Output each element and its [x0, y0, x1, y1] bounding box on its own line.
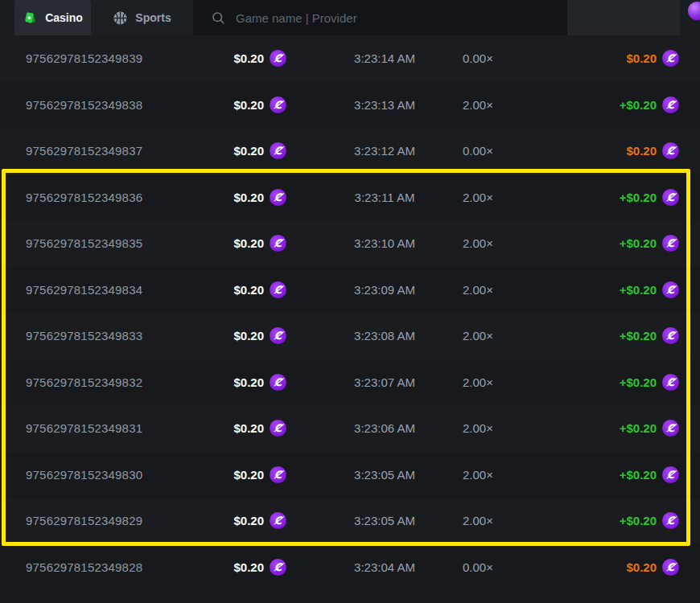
bet-time: 3:23:07 AM [286, 375, 447, 389]
bet-id: 97562978152349831 [26, 421, 216, 435]
tab-sports[interactable]: Sports [91, 0, 193, 35]
bet-amount: $0.20 Ȼ [216, 374, 286, 391]
bet-id: 97562978152349837 [26, 144, 216, 158]
bet-amount: $0.20 Ȼ [216, 142, 286, 159]
balance-coin-icon[interactable] [688, 2, 700, 20]
bet-id: 97562978152349836 [26, 191, 216, 204]
bet-multiplier: 2.00× [447, 329, 544, 343]
bet-time: 3:23:13 AM [286, 98, 447, 112]
bet-amount-value: $0.20 [233, 98, 264, 112]
bet-id: 97562978152349829 [26, 514, 216, 527]
bet-payout: +$0.20 Ȼ [544, 512, 679, 529]
bet-payout: +$0.20 Ȼ [544, 466, 679, 483]
bet-time: 3:23:12 AM [286, 144, 447, 158]
nav-right-section [680, 0, 700, 35]
coin-icon: Ȼ [270, 420, 286, 437]
search-bar [193, 0, 567, 35]
bet-payout: +$0.20 Ȼ [544, 420, 679, 437]
bet-payout: +$0.20 Ȼ [544, 327, 679, 344]
table-row[interactable]: 97562978152349837 $0.20 Ȼ 3:23:12 AM 0.0… [0, 128, 700, 174]
bet-id: 97562978152349830 [26, 468, 216, 482]
bet-time: 3:23:05 AM [286, 468, 447, 482]
bet-payout-value: +$0.20 [620, 375, 657, 389]
coin-icon: Ȼ [662, 559, 679, 576]
bet-payout-value: +$0.20 [620, 191, 657, 204]
wallet-panel[interactable] [567, 0, 680, 35]
bet-multiplier: 0.00× [447, 51, 544, 65]
table-row[interactable]: 97562978152349838 $0.20 Ȼ 3:23:13 AM 2.0… [0, 82, 700, 129]
coin-icon: Ȼ [270, 235, 286, 252]
coin-icon: Ȼ [662, 374, 679, 391]
search-input[interactable] [234, 10, 524, 26]
table-row[interactable]: 97562978152349835 $0.20 Ȼ 3:23:10 AM 2.0… [0, 220, 700, 267]
bet-multiplier: 2.00× [447, 283, 544, 297]
bet-id: 97562978152349832 [26, 375, 216, 389]
bet-amount-value: $0.20 [233, 560, 264, 574]
coin-icon: Ȼ [270, 559, 286, 576]
table-row[interactable]: 97562978152349832 $0.20 Ȼ 3:23:07 AM 2.0… [0, 359, 700, 406]
coin-icon: Ȼ [662, 142, 679, 159]
bet-multiplier: 2.00× [447, 468, 544, 482]
coin-icon: Ȼ [270, 281, 286, 298]
bet-time: 3:23:04 AM [286, 560, 447, 574]
bet-multiplier: 2.00× [447, 421, 544, 435]
bet-payout-value: +$0.20 [620, 236, 657, 250]
coin-icon: Ȼ [270, 142, 286, 159]
coin-icon: Ȼ [662, 235, 679, 252]
bet-payout: $0.20 Ȼ [544, 559, 679, 576]
coin-icon: Ȼ [662, 327, 679, 344]
bet-multiplier: 2.00× [447, 375, 544, 389]
bet-payout: $0.20 Ȼ [544, 142, 679, 159]
bet-payout: $0.20 Ȼ [544, 50, 679, 67]
bet-payout-value: +$0.20 [620, 329, 657, 343]
table-row[interactable]: 97562978152349834 $0.20 Ȼ 3:23:09 AM 2.0… [0, 267, 700, 314]
bet-id: 97562978152349828 [26, 560, 216, 574]
bet-payout: +$0.20 Ȼ [544, 235, 679, 252]
bet-amount-value: $0.20 [233, 468, 264, 482]
bet-multiplier: 2.00× [447, 514, 544, 527]
bet-amount: $0.20 Ȼ [216, 235, 286, 252]
bet-payout: +$0.20 Ȼ [544, 189, 679, 206]
bet-time: 3:23:11 AM [286, 191, 447, 204]
table-row[interactable]: 97562978152349830 $0.20 Ȼ 3:23:05 AM 2.0… [0, 452, 700, 498]
bet-table: 97562978152349839 $0.20 Ȼ 3:23:14 AM 0.0… [0, 35, 700, 590]
bet-amount: $0.20 Ȼ [216, 466, 286, 483]
bet-payout-value: $0.20 [626, 51, 657, 65]
bet-id: 97562978152349838 [26, 98, 216, 112]
bet-amount: $0.20 Ȼ [216, 512, 286, 529]
bet-multiplier: 2.00× [447, 236, 544, 250]
bet-payout: +$0.20 Ȼ [544, 281, 679, 298]
table-row[interactable]: 97562978152349839 $0.20 Ȼ 3:23:14 AM 0.0… [0, 35, 700, 82]
table-row[interactable]: 97562978152349828 $0.20 Ȼ 3:23:04 AM 0.0… [0, 544, 700, 591]
bet-payout: +$0.20 Ȼ [544, 96, 679, 113]
bet-amount: $0.20 Ȼ [216, 420, 286, 437]
coin-icon: Ȼ [662, 512, 679, 529]
bet-amount: $0.20 Ȼ [216, 50, 286, 67]
table-row[interactable]: 97562978152349829 $0.20 Ȼ 3:23:05 AM 2.0… [0, 498, 700, 544]
table-row[interactable]: 97562978152349831 $0.20 Ȼ 3:23:06 AM 2.0… [0, 405, 700, 452]
bet-payout-value: $0.20 [626, 560, 657, 574]
bet-amount: $0.20 Ȼ [216, 96, 286, 113]
coin-icon: Ȼ [270, 466, 286, 483]
coin-icon: Ȼ [270, 512, 286, 529]
coin-icon: Ȼ [270, 327, 286, 344]
tab-casino[interactable]: Casino [14, 0, 91, 35]
coin-icon: Ȼ [270, 189, 286, 206]
bet-amount-value: $0.20 [233, 144, 264, 158]
bet-multiplier: 2.00× [447, 191, 544, 204]
bet-payout-value: $0.20 [626, 144, 657, 158]
bet-time: 3:23:10 AM [286, 236, 447, 250]
coin-icon: Ȼ [662, 189, 679, 206]
bet-id: 97562978152349839 [26, 51, 216, 65]
bet-time: 3:23:05 AM [286, 514, 447, 527]
bet-payout-value: +$0.20 [620, 421, 657, 435]
table-row[interactable]: 97562978152349833 $0.20 Ȼ 3:23:08 AM 2.0… [0, 313, 700, 359]
bet-payout-value: +$0.20 [620, 98, 657, 112]
bet-time: 3:23:14 AM [286, 51, 447, 65]
search-icon [211, 10, 225, 25]
coin-icon: Ȼ [662, 466, 679, 483]
table-row[interactable]: 97562978152349836 $0.20 Ȼ 3:23:11 AM 2.0… [0, 174, 700, 221]
coin-icon: Ȼ [662, 420, 679, 437]
bet-time: 3:23:09 AM [286, 283, 447, 297]
top-nav: Casino Sports [0, 0, 700, 35]
